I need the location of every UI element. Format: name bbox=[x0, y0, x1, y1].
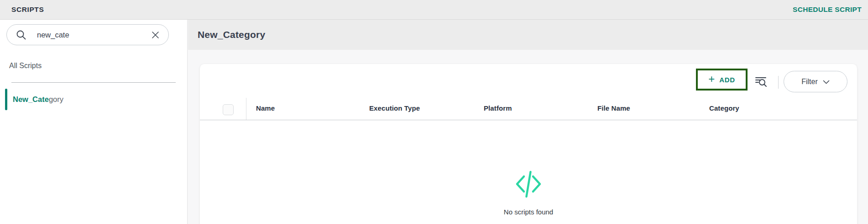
checkbox-column-divider bbox=[246, 98, 246, 120]
scripts-card: + ADD Filter Name Execution Type Platfor… bbox=[200, 64, 857, 224]
sidebar-item-all-scripts[interactable]: All Scripts bbox=[9, 62, 42, 70]
search-input[interactable] bbox=[37, 31, 150, 39]
select-all-checkbox[interactable] bbox=[223, 104, 234, 115]
table-header-row: Name Execution Type Platform File Name C… bbox=[200, 97, 857, 120]
main-header-band: New_Category bbox=[188, 20, 868, 50]
selected-indicator-bar bbox=[5, 89, 7, 110]
column-header-platform[interactable]: Platform bbox=[484, 104, 512, 112]
column-header-category[interactable]: Category bbox=[709, 104, 739, 112]
sidebar-divider bbox=[11, 82, 176, 83]
empty-state-message: No scripts found bbox=[504, 208, 553, 216]
column-header-execution-type[interactable]: Execution Type bbox=[369, 104, 420, 112]
column-header-file-name[interactable]: File Name bbox=[597, 104, 630, 112]
filter-button-label: Filter bbox=[801, 78, 818, 86]
toolbar-divider bbox=[778, 76, 779, 89]
sidebar-item-label: New_Category bbox=[13, 95, 63, 104]
add-button[interactable]: + ADD bbox=[708, 75, 735, 85]
sidebar-item-new-category[interactable]: New_Category bbox=[0, 88, 188, 111]
sidebar: All Scripts New_Category bbox=[0, 20, 188, 224]
search-icon bbox=[16, 29, 27, 41]
page-title: SCRIPTS bbox=[11, 5, 44, 14]
search-match-text: New_Cate bbox=[13, 95, 49, 103]
schedule-script-button[interactable]: SCHEDULE SCRIPT bbox=[793, 5, 862, 14]
code-brackets-icon bbox=[514, 170, 543, 199]
search-rest-text: gory bbox=[49, 95, 63, 103]
category-title: New_Category bbox=[198, 29, 265, 40]
table-search-icon[interactable] bbox=[754, 75, 768, 88]
plus-icon: + bbox=[708, 74, 715, 85]
add-button-label: ADD bbox=[719, 76, 735, 84]
column-header-name[interactable]: Name bbox=[256, 104, 275, 112]
filter-button[interactable]: Filter bbox=[784, 71, 847, 92]
chevron-down-icon bbox=[823, 80, 830, 84]
add-button-highlight-box: + ADD bbox=[696, 69, 748, 91]
search-clear-icon[interactable] bbox=[150, 30, 160, 40]
sidebar-search-box[interactable] bbox=[6, 24, 169, 45]
top-bar: SCRIPTS SCHEDULE SCRIPT bbox=[0, 0, 868, 20]
